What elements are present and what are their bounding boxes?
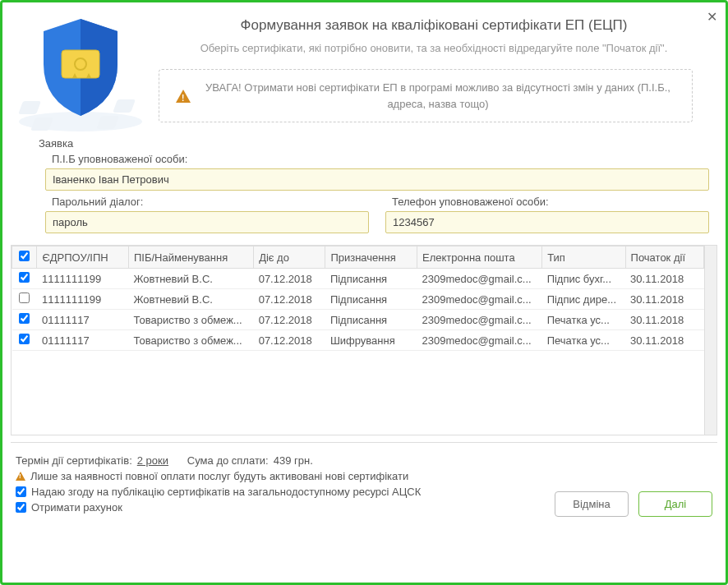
cell-edrpou: 01111117 xyxy=(37,330,129,351)
cell-edrpou: 1111111199 xyxy=(37,289,129,310)
cell-type: Печатка ус... xyxy=(542,330,625,351)
warning-icon xyxy=(176,90,191,103)
warning-box: УВАГА! Отримати нові сертифікати ЕП в пр… xyxy=(159,69,693,122)
row-checkbox[interactable] xyxy=(19,272,30,283)
table-row[interactable]: 01111117Товариство з обмеж...07.12.2018П… xyxy=(12,310,704,330)
cell-pib: Товариство з обмеж... xyxy=(129,310,254,330)
consent-publish-label: Надаю згоду на публікацію сертифікатів н… xyxy=(31,486,421,498)
cell-until: 07.12.2018 xyxy=(254,289,325,310)
cell-email: 2309medoc@gmail.c... xyxy=(417,289,541,310)
get-invoice-checkbox[interactable] xyxy=(16,502,26,513)
row-checkbox[interactable] xyxy=(19,334,30,344)
cell-start: 30.11.2018 xyxy=(625,289,703,310)
row-checkbox[interactable] xyxy=(19,313,30,324)
term-value[interactable]: 2 роки xyxy=(137,454,168,467)
col-until[interactable]: Діє до xyxy=(254,246,325,269)
cell-purpose: Підписання xyxy=(325,289,417,310)
col-type[interactable]: Тип xyxy=(542,246,625,269)
cell-start: 30.11.2018 xyxy=(625,330,703,351)
get-invoice-label: Отримати рахунок xyxy=(31,501,122,514)
dialog-window: ✕ Формування заявок на кваліфіковані сер… xyxy=(0,0,728,585)
phone-input[interactable] xyxy=(385,211,709,233)
cell-edrpou: 1111111199 xyxy=(37,269,129,289)
cell-start: 30.11.2018 xyxy=(625,269,703,289)
col-email[interactable]: Електронна пошта xyxy=(417,246,541,269)
svg-rect-2 xyxy=(113,99,136,113)
close-icon[interactable]: ✕ xyxy=(707,9,717,25)
next-button[interactable]: Далі xyxy=(638,491,712,517)
certificates-table: ЄДРПОУ/ІПН ПІБ/Найменування Діє до Призн… xyxy=(12,246,704,351)
vertical-scrollbar[interactable] xyxy=(704,246,716,435)
cell-email: 2309medoc@gmail.c... xyxy=(417,310,541,330)
page-subtitle: Оберіть сертифікати, які потрібно оновит… xyxy=(159,42,709,54)
footer: Термін дії сертифікатів: 2 роки Сума до … xyxy=(11,442,717,527)
table-row[interactable]: 1111111199Жовтневий В.С.07.12.2018Підпис… xyxy=(12,269,704,289)
cell-type: Підпис дире... xyxy=(542,289,625,310)
consent-publish-checkbox[interactable] xyxy=(16,486,26,497)
sum-value: 439 грн. xyxy=(274,454,313,467)
form-area: Заявка П.І.Б уповноваженої особи: Пароль… xyxy=(39,137,709,233)
warning-text: УВАГА! Отримати нові сертифікати ЕП в пр… xyxy=(200,80,675,112)
shield-illustration xyxy=(11,11,150,134)
term-line: Термін дії сертифікатів: 2 роки Сума до … xyxy=(16,454,712,467)
cell-purpose: Шифрування xyxy=(325,330,417,351)
table-row[interactable]: 01111117Товариство з обмеж...07.12.2018Ш… xyxy=(12,330,704,351)
cell-pib: Жовтневий В.С. xyxy=(129,289,254,310)
cell-pib: Товариство з обмеж... xyxy=(129,330,254,351)
col-start[interactable]: Початок дії xyxy=(625,246,703,269)
group-label: Заявка xyxy=(39,137,709,150)
col-edrpou[interactable]: ЄДРПОУ/ІПН xyxy=(37,246,129,269)
warning-icon xyxy=(16,472,25,481)
cell-purpose: Підписання xyxy=(325,310,417,330)
pib-label: П.І.Б уповноваженої особи: xyxy=(52,153,709,165)
certificates-table-wrap: ЄДРПОУ/ІПН ПІБ/Найменування Діє до Призн… xyxy=(11,245,717,435)
cell-until: 07.12.2018 xyxy=(254,330,325,351)
col-check[interactable] xyxy=(12,246,37,269)
row-checkbox[interactable] xyxy=(19,292,30,303)
pib-input[interactable] xyxy=(45,168,709,191)
select-all-checkbox[interactable] xyxy=(19,251,30,261)
cell-email: 2309medoc@gmail.c... xyxy=(417,269,541,289)
cell-type: Печатка ус... xyxy=(542,310,625,330)
dialog-input[interactable] xyxy=(45,211,369,233)
table-row[interactable]: 1111111199Жовтневий В.С.07.12.2018Підпис… xyxy=(12,289,704,310)
page-title: Формування заявок на кваліфіковані серти… xyxy=(159,17,709,34)
svg-rect-1 xyxy=(18,101,41,114)
cancel-button[interactable]: Відміна xyxy=(555,491,629,517)
cell-pib: Жовтневий В.С. xyxy=(129,269,254,289)
col-pib[interactable]: ПІБ/Найменування xyxy=(129,246,254,269)
cell-until: 07.12.2018 xyxy=(254,269,325,289)
cell-email: 2309medoc@gmail.c... xyxy=(417,330,541,351)
cell-edrpou: 01111117 xyxy=(37,310,129,330)
header: Формування заявок на кваліфіковані серти… xyxy=(2,2,726,134)
dialog-label: Парольний діалог: xyxy=(52,196,369,208)
cell-start: 30.11.2018 xyxy=(625,310,703,330)
cell-type: Підпис бухг... xyxy=(542,269,625,289)
phone-label: Телефон уповноваженої особи: xyxy=(392,196,709,208)
payment-notice: Лише за наявності повної оплати послуг б… xyxy=(16,470,712,482)
cell-purpose: Підписання xyxy=(325,269,417,289)
cell-until: 07.12.2018 xyxy=(254,310,325,330)
svg-rect-5 xyxy=(62,50,99,78)
col-purpose[interactable]: Призначення xyxy=(325,246,417,269)
